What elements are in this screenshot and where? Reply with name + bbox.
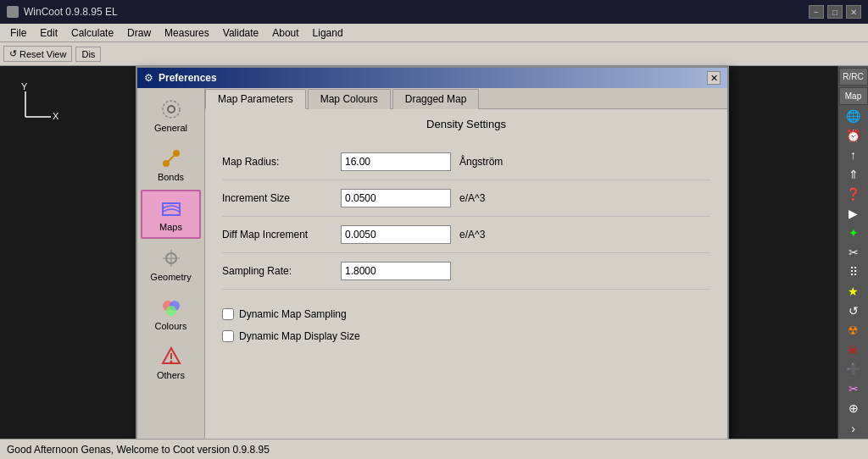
tab-dragged-map[interactable]: Dragged Map — [392, 89, 480, 109]
map-radius-unit: Ångström — [459, 156, 503, 168]
tab-map-colours[interactable]: Map Colours — [308, 89, 391, 109]
sampling-rate-input[interactable] — [341, 262, 451, 280]
sidebar-item-bonds[interactable]: Bonds — [141, 141, 201, 188]
sampling-rate-row: Sampling Rate: — [222, 253, 710, 290]
skull-icon[interactable]: ☠ — [844, 341, 863, 359]
menu-edit[interactable]: Edit — [33, 25, 64, 41]
clock-icon[interactable]: ⏰ — [844, 126, 863, 144]
minimize-button[interactable]: − — [809, 5, 824, 19]
preferences-sidebar: General Bonds — [137, 88, 205, 459]
arrow-up-icon[interactable]: ↑ — [844, 146, 863, 163]
dis-label: Dis — [81, 49, 95, 59]
dynamic-map-sampling-row: Dynamic Map Sampling — [222, 303, 710, 325]
general-icon — [159, 97, 183, 121]
toolbar: ↺ Reset View Dis — [0, 42, 868, 66]
svg-point-4 — [168, 106, 175, 113]
chevron-icon[interactable]: › — [844, 419, 863, 437]
dialog-title-bar: ⚙ Preferences ✕ — [137, 68, 727, 88]
menu-about[interactable]: About — [265, 25, 305, 41]
arrow-up2-icon[interactable]: ⇑ — [844, 165, 863, 183]
dynamic-map-display-row: Dynamic Map Display Size — [222, 325, 710, 347]
dis-button[interactable]: Dis — [75, 47, 101, 62]
app-icon — [7, 6, 19, 18]
bonds-icon — [159, 147, 183, 170]
menu-ligand[interactable]: Ligand — [306, 25, 350, 41]
dynamic-map-display-checkbox[interactable] — [222, 330, 234, 342]
rotate-icon[interactable]: ↺ — [844, 302, 863, 320]
map-radius-input[interactable] — [341, 152, 451, 171]
preferences-dialog: ⚙ Preferences ✕ — [136, 66, 729, 459]
star-icon[interactable]: ★ — [844, 283, 863, 301]
sampling-rate-label: Sampling Rate: — [222, 265, 332, 277]
tab-area: Map Parameters Map Colours Dragged Map D… — [205, 88, 727, 459]
dynamic-map-sampling-checkbox[interactable] — [222, 308, 234, 320]
increment-size-row: Increment Size e/A^3 — [222, 180, 710, 217]
reset-view-label: Reset View — [19, 49, 66, 59]
right-panel: R/RC Map 🌐 ⏰ ↑ ⇑ ❓ ▶ ✦ ✂ ⠿ ★ ↺ ☢ ☠ ➕ ✂ ⊕… — [837, 66, 868, 439]
sidebar-item-colours[interactable]: Colours — [141, 290, 201, 337]
sidebar-item-geometry[interactable]: Geometry — [141, 241, 201, 288]
diff-map-increment-label: Diff Map Increment — [222, 229, 332, 241]
dialog-title-icon: ⚙ — [144, 72, 153, 84]
increment-size-input[interactable] — [341, 189, 451, 207]
sidebar-item-maps[interactable]: Maps — [141, 190, 201, 239]
diff-map-increment-input[interactable] — [341, 225, 451, 244]
add-icon[interactable]: ⊕ — [844, 400, 863, 418]
tabs-container: Map Parameters Map Colours Dragged Map — [205, 88, 727, 109]
others-label: Others — [157, 370, 185, 380]
dialog-title: Preferences — [159, 72, 217, 84]
colours-label: Colours — [155, 321, 187, 331]
menu-draw[interactable]: Draw — [120, 25, 158, 41]
app-title: WinCoot 0.9.8.95 EL — [24, 6, 118, 18]
dynamic-map-display-label[interactable]: Dynamic Map Display Size — [239, 330, 360, 342]
title-bar: WinCoot 0.9.8.95 EL − □ ✕ — [0, 0, 868, 24]
tab-content-map-parameters: Density Settings Map Radius: Ångström In… — [205, 109, 727, 459]
dots-icon[interactable]: ⠿ — [844, 263, 863, 281]
colours-icon — [159, 296, 183, 319]
increment-size-label: Increment Size — [222, 192, 332, 204]
right-tab-map[interactable]: Map — [839, 87, 868, 105]
scissors2-icon[interactable]: ✂ — [844, 380, 863, 398]
svg-point-15 — [166, 306, 176, 316]
menu-validate[interactable]: Validate — [216, 25, 265, 41]
play-icon[interactable]: ▶ — [844, 204, 863, 222]
menu-file[interactable]: File — [3, 25, 33, 41]
green-icon[interactable]: ✦ — [844, 224, 863, 241]
hazard-icon[interactable]: ☢ — [844, 322, 863, 340]
density-settings-title: Density Settings — [222, 118, 710, 130]
dynamic-map-sampling-label[interactable]: Dynamic Map Sampling — [239, 308, 347, 320]
scissors-icon[interactable]: ✂ — [844, 243, 863, 261]
menu-measures[interactable]: Measures — [158, 25, 216, 41]
restore-button[interactable]: □ — [827, 5, 843, 19]
general-label: General — [154, 123, 187, 133]
close-button[interactable]: ✕ — [846, 5, 861, 19]
plus-circle-icon[interactable]: ➕ — [844, 361, 863, 379]
main-content: X Y ⚙ Preferences ✕ — [0, 66, 868, 439]
globe-icon[interactable]: 🌐 — [844, 107, 863, 124]
map-radius-row: Map Radius: Ångström — [222, 144, 710, 180]
canvas-area: X Y ⚙ Preferences ✕ — [0, 66, 837, 439]
svg-point-18 — [170, 361, 172, 363]
maps-icon — [159, 196, 183, 220]
right-tab-rrc[interactable]: R/RC — [839, 68, 868, 86]
svg-line-8 — [166, 153, 176, 163]
increment-size-unit: e/A^3 — [459, 192, 485, 204]
dialog-body: General Bonds — [137, 88, 727, 459]
tab-map-parameters[interactable]: Map Parameters — [205, 89, 306, 109]
menu-calculate[interactable]: Calculate — [64, 25, 120, 41]
reset-view-button[interactable]: ↺ Reset View — [3, 46, 72, 62]
geometry-label: Geometry — [150, 272, 191, 282]
diff-map-increment-unit: e/A^3 — [459, 229, 485, 241]
others-icon — [159, 345, 183, 368]
question-icon[interactable]: ❓ — [844, 185, 863, 202]
menu-bar: File Edit Calculate Draw Measures Valida… — [0, 24, 868, 42]
geometry-icon — [159, 246, 183, 270]
sidebar-item-general[interactable]: General — [141, 91, 201, 139]
dialog-close-button[interactable]: ✕ — [707, 71, 721, 85]
map-radius-label: Map Radius: — [222, 156, 332, 168]
dialog-overlay: ⚙ Preferences ✕ — [0, 66, 837, 439]
diff-map-increment-row: Diff Map Increment e/A^3 — [222, 217, 710, 253]
sidebar-item-others[interactable]: Others — [141, 339, 201, 386]
window-controls: − □ ✕ — [809, 5, 861, 19]
svg-point-5 — [163, 101, 180, 118]
